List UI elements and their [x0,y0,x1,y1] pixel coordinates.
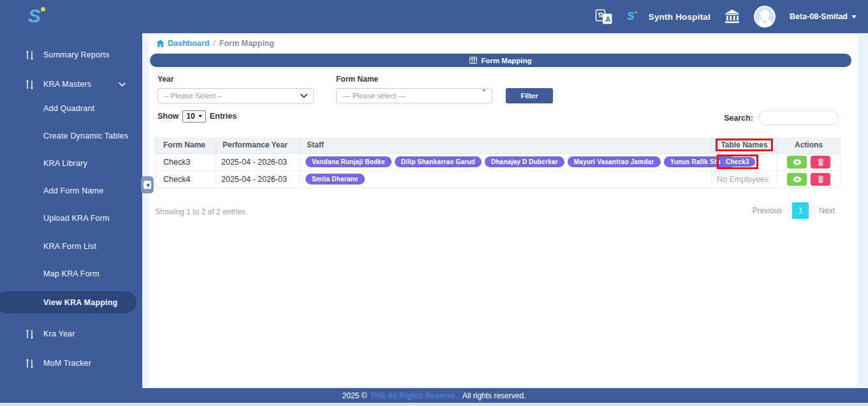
breadcrumb-current: Form Mapping [219,39,274,48]
sidebar-item-mom-tracker[interactable]: MoM Tracker [0,356,142,370]
form-mapping-table: Form Name Performance Year Staff Table N… [155,137,840,188]
pagination-previous[interactable]: Previous [753,206,783,215]
sidebar-item-upload-kra-form[interactable]: Upload KRA Form [0,211,142,225]
hospital-name: Synth Hospital [649,12,710,22]
sidebar-item-map-kra-form[interactable]: Map KRA Form [0,267,142,281]
header-actions: Actions [777,137,841,153]
cell-performance-year: 2025-04 - 2026-03 [216,153,300,170]
app-logo-letter: S [28,5,41,26]
sidebar-item-kra-year[interactable]: Kra Year [0,327,142,341]
sidebar-collapse-button[interactable] [141,176,154,193]
entries-summary: Showing 1 to 2 of 2 entries [155,207,246,216]
app-logo-dot [41,7,45,11]
sidebar-item-kra-form-list[interactable]: KRA Form List [0,239,142,253]
chevron-down-icon [851,15,857,19]
cell-table-names: Check3 [712,153,777,170]
collapse-arrow-icon [143,181,151,189]
cell-staff: Vandana Runjaji Bodke Dilip Shankarrao G… [300,153,712,170]
breadcrumb-dashboard-link[interactable]: Dashboard [156,39,209,48]
header-table-names[interactable]: Table Names [712,137,777,153]
institution-icon[interactable] [725,10,740,24]
chevron-down-icon [198,115,202,117]
table-header-row: Form Name Performance Year Staff Table N… [156,137,841,153]
app-logo[interactable]: S [28,5,41,27]
footer-link[interactable]: THS All Rights Reserve . [370,391,459,400]
pagination-next[interactable]: Next [819,206,835,215]
header-form-name[interactable]: Form Name [156,137,216,153]
staff-badge: Dhanajay D Duberkar [485,156,564,167]
chevron-down-icon [300,92,307,100]
form-name-select[interactable]: — Please select — [336,88,492,103]
panel-title: Form Mapping [481,57,531,64]
sidebar-item-add-form-name[interactable]: Add Form Name [0,184,142,198]
home-icon [156,40,165,47]
cell-staff: Smita Dharane [300,170,712,188]
breadcrumb-separator: / [213,39,215,48]
sidebar-item-view-kra-mapping[interactable]: View KRA Mapping [0,291,136,313]
no-employees-text: No Employees [717,175,769,184]
dropdown-arrow-icon [482,92,486,100]
cell-actions [777,153,841,170]
user-menu[interactable]: Beta-08-Smitad [790,12,857,21]
breadcrumb: Dashboard / Form Mapping [156,39,274,48]
cell-form-name: Check3 [156,153,216,170]
eye-icon [793,176,802,183]
footer: 2025 © THS All Rights Reserve . All righ… [0,388,868,403]
sidebar-item-kra-masters[interactable]: KRA Masters [0,77,142,91]
sidebar-item-summary-reports[interactable]: Summary Reports [0,48,142,62]
table-name-badge: Check3 [720,157,755,167]
form-name-label: Form Name [336,75,378,84]
delete-button[interactable] [811,173,830,186]
sliders-icon [24,358,35,369]
cell-performance-year: 2025-04 - 2026-03 [216,170,300,188]
delete-button[interactable] [811,156,830,169]
table-row: Check3 2025-04 - 2026-03 Vandana Runjaji… [156,153,841,170]
sidebar-nav: Summary Reports KRA Masters Add Quadrant… [0,33,142,388]
entries-label: Entries [210,112,237,121]
cell-actions [777,170,841,188]
sliders-icon [24,50,35,61]
search-input[interactable] [758,110,839,125]
search-label: Search: [724,114,753,123]
table-grid-icon [469,57,477,64]
staff-badge: Dilip Shankarrao Garud [395,156,482,167]
cell-table-names: No Employees [712,170,777,188]
footer-year: 2025 © [342,391,367,400]
filter-button[interactable]: Filter [506,88,553,103]
mini-brand-icon: S [627,10,634,23]
annotation-box-table-name-badge: Check3 [717,154,758,169]
eye-icon [793,159,802,165]
user-avatar[interactable] [754,6,776,27]
panel-title-bar: Form Mapping [150,54,851,67]
view-button[interactable] [787,173,807,186]
user-name: Beta-08-Smitad [790,12,848,21]
table-row: Check4 2025-04 - 2026-03 Smita Dharane N… [156,170,841,188]
sidebar-item-add-quadrant[interactable]: Add Quadrant [0,102,142,116]
page-size-select[interactable]: 10 [182,110,205,123]
pagination: Previous 1 Next [753,202,835,219]
sliders-icon [24,79,35,90]
sidebar-item-kra-library[interactable]: KRA Library [0,156,142,170]
header-staff[interactable]: Staff [300,137,712,153]
sliders-icon [24,329,35,340]
header-performance-year[interactable]: Performance Year [216,137,300,153]
top-bar: S A S Synth Hospital [0,0,868,33]
staff-badge: Smita Dharane [305,174,365,184]
staff-badge: Vandana Runjaji Bodke [305,156,392,167]
pagination-page-1[interactable]: 1 [792,202,809,219]
year-label: Year [158,75,173,84]
horizontal-scrollbar-track[interactable] [0,403,868,406]
svg-text:A: A [606,15,611,23]
trash-icon [818,158,824,166]
view-button[interactable] [787,156,807,169]
show-label: Show [158,112,179,121]
annotation-box-table-names-header: Table Names [716,139,772,151]
footer-rights: All rights reserved. [462,391,526,400]
chevron-down-icon [119,80,126,89]
trash-icon [818,176,824,183]
main-content: Dashboard / Form Mapping Form Mapping Ye… [149,35,858,386]
translate-icon[interactable]: A [595,8,613,26]
sidebar-item-create-dynamic-tables[interactable]: Create Dynamic Tables [0,129,142,143]
year-select[interactable]: – Please Select – [158,88,314,103]
cell-form-name: Check4 [156,170,216,188]
